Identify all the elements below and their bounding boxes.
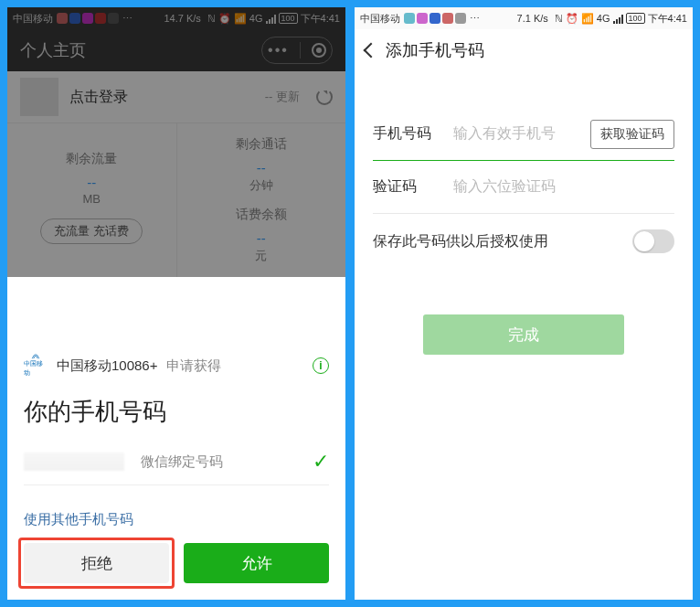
refresh-icon[interactable] — [316, 89, 333, 105]
call-unit: 分钟 — [183, 177, 341, 194]
balance-unit: 元 — [183, 248, 341, 264]
clock: 下午4:41 — [301, 12, 340, 26]
app-logo-icon: 中国移动 — [24, 354, 48, 378]
miniprogram-capsule[interactable]: ••• — [261, 37, 333, 64]
save-row: 保存此号码供以后授权使用 — [373, 214, 674, 269]
deny-button[interactable]: 拒绝 — [24, 543, 169, 583]
save-toggle[interactable] — [632, 229, 674, 253]
wifi-icon: 📶 — [234, 13, 247, 25]
avatar — [20, 78, 58, 116]
carrier: 中国移动 — [360, 12, 400, 26]
recharge-button[interactable]: 充流量 充话费 — [40, 218, 143, 244]
app-name: 中国移动10086+ — [57, 357, 157, 375]
page-title: 个人主页 — [20, 39, 86, 61]
allow-label: 允许 — [241, 553, 272, 574]
more-icon: ⋯ — [122, 13, 133, 25]
done-label: 完成 — [508, 325, 539, 346]
balance-label: 话费余额 — [183, 207, 341, 223]
notif-icons — [404, 13, 466, 24]
login-text[interactable]: 点击登录 — [69, 88, 254, 107]
signal-icon — [613, 13, 623, 24]
user-row[interactable]: 点击登录 -- 更新 — [7, 71, 345, 122]
allow-button[interactable]: 允许 — [184, 543, 329, 583]
code-field[interactable]: 验证码 输入六位验证码 — [373, 161, 674, 214]
save-text: 保存此号码供以后授权使用 — [373, 232, 632, 251]
phone-label: 手机号码 — [373, 124, 442, 144]
net-speed: 14.7 K/s — [164, 13, 201, 24]
get-code-button[interactable]: 获取验证码 — [590, 120, 674, 149]
title-bar: 个人主页 ••• — [7, 29, 345, 71]
net-speed: 7.1 K/s — [517, 13, 548, 24]
code-label: 验证码 — [373, 177, 442, 197]
phone-number-masked — [24, 453, 124, 471]
net-type: 4G — [597, 13, 610, 24]
traffic-unit: MB — [13, 192, 171, 206]
code-input[interactable]: 输入六位验证码 — [453, 177, 674, 197]
done-button[interactable]: 完成 — [423, 314, 624, 355]
check-icon: ✓ — [313, 450, 329, 474]
net-type: 4G — [249, 13, 263, 24]
alarm-icon: ⏰ — [218, 13, 231, 25]
phone-input[interactable]: 输入有效手机号 — [453, 124, 579, 144]
phone-field[interactable]: 手机号码 输入有效手机号 获取验证码 — [373, 108, 674, 161]
menu-icon[interactable]: ••• — [268, 42, 289, 59]
traffic-label: 剩余流量 — [13, 151, 171, 167]
request-text: 申请获得 — [166, 357, 221, 375]
nfc-icon: ℕ — [555, 13, 563, 25]
update-text: -- 更新 — [265, 89, 300, 105]
status-bar: 中国移动 ⋯ 7.1 K/s ℕ ⏰ 📶 4G 100 下午4:41 — [355, 7, 693, 29]
stats-panel: 剩余流量 -- MB 充流量 充话费 剩余通话 -- 分钟 话费余额 -- 元 — [7, 122, 345, 277]
more-icon: ⋯ — [470, 13, 480, 25]
page-title: 添加手机号码 — [386, 39, 484, 61]
back-icon[interactable] — [364, 43, 379, 59]
alarm-icon: ⏰ — [566, 13, 578, 25]
traffic-value: -- — [13, 175, 171, 190]
phone-desc: 微信绑定号码 — [141, 453, 296, 471]
carrier: 中国移动 — [13, 12, 53, 26]
battery-icon: 100 — [626, 13, 645, 24]
close-icon[interactable] — [312, 43, 326, 58]
sheet-title: 你的手机号码 — [24, 396, 329, 428]
notif-icons — [57, 13, 119, 24]
battery-icon: 100 — [279, 13, 298, 24]
status-bar: 中国移动 ⋯ 14.7 K/s ℕ ⏰ 📶 4G 100 下午4:41 — [7, 7, 345, 29]
signal-icon — [266, 13, 276, 24]
nfc-icon: ℕ — [207, 13, 216, 25]
use-other-phone[interactable]: 使用其他手机号码 — [24, 511, 329, 528]
call-label: 剩余通话 — [183, 136, 341, 153]
auth-sheet: 中国移动 中国移动10086+ 申请获得 i 你的手机号码 微信绑定号码 ✓ 使… — [7, 341, 345, 600]
top-bar: 添加手机号码 — [355, 29, 693, 71]
info-icon[interactable]: i — [313, 357, 329, 374]
clock: 下午4:41 — [648, 12, 687, 26]
balance-value: -- — [183, 230, 341, 246]
call-value: -- — [183, 160, 341, 176]
wifi-icon: 📶 — [581, 13, 594, 25]
deny-label: 拒绝 — [81, 553, 112, 574]
phone-option[interactable]: 微信绑定号码 ✓ — [24, 450, 329, 485]
